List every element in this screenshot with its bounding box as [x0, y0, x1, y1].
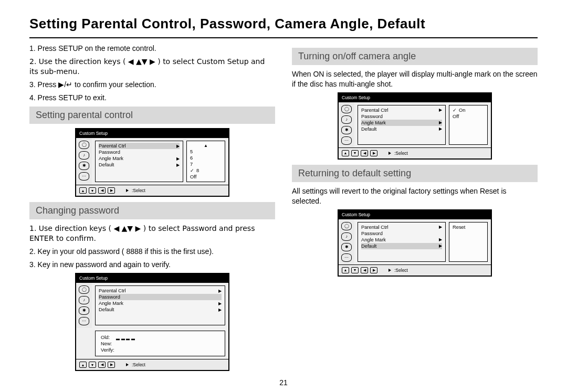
- tab-general-icon: ◯: [79, 141, 89, 149]
- opt-label: 7: [190, 162, 193, 167]
- pwd-step-2: 2. Key in your old password ( 8888 if th…: [29, 247, 275, 257]
- pwd-step-3: 3. Key in new password and again to veri…: [29, 260, 275, 270]
- menu-item-password: Password: [361, 113, 442, 120]
- menu-label: Password: [99, 150, 120, 155]
- menu-box: Parental Ctrl▶ Password Angle Mark▶ Defa…: [95, 141, 183, 182]
- footer-select: :Select: [394, 151, 408, 156]
- key-up-icon: ▲: [79, 187, 87, 194]
- opt-off: Off: [453, 113, 484, 120]
- tab-general-icon: ◯: [341, 222, 352, 230]
- opt-scroll-up: ▲: [190, 143, 222, 149]
- tab-audio-icon: ♪: [341, 232, 352, 241]
- menu-box: Parental Ctrl▶ Password Angle Mark▶ Defa…: [95, 285, 225, 325]
- dvd-title: Custom Setup: [76, 274, 228, 282]
- opt-8: ✓8: [190, 167, 222, 174]
- check-icon: ✓: [453, 108, 457, 113]
- dvd-tab-bar: ◯ ♪ ✱ ⋯: [339, 102, 354, 147]
- tab-general-icon: ◯: [341, 105, 352, 113]
- footer-select: :Select: [394, 268, 408, 273]
- menu-item-angle: Angle Mark▶: [99, 300, 222, 306]
- dvd-screen-default: Custom Setup ◯ ♪ ✱ ⋯ Parental Ctrl▶ Pass…: [338, 209, 492, 277]
- dvd-tab-bar: ◯ ♪ ✱ ⋯: [76, 283, 92, 328]
- tab-custom-icon: ⋯: [79, 317, 89, 325]
- angle-desc: When ON is selected, the player will dis…: [292, 69, 538, 89]
- arrow-right-icon: ▶: [218, 301, 222, 306]
- pwd-new-label: New:: [101, 341, 112, 346]
- menu-label: Parental Ctrl: [361, 225, 388, 230]
- dvd-title: Custom Setup: [339, 93, 491, 102]
- opt-label: 6: [190, 155, 193, 161]
- menu-item-default: Default▶: [361, 243, 442, 249]
- intro-step-2: 2. Use the direction keys ( ◀ ▲▼ ▶ ) to …: [29, 57, 275, 77]
- key-left-icon: ◀: [98, 187, 106, 194]
- dvd-screen-angle: Custom Setup ◯ ♪ ✱ ⋯ Parental Ctrl▶ Pass…: [338, 92, 492, 160]
- menu-item-default: Default▶: [99, 162, 180, 168]
- title-rule: [29, 37, 538, 38]
- dvd-title: Custom Setup: [339, 210, 491, 219]
- opt-6: 6: [190, 155, 222, 161]
- opt-label: Off: [190, 174, 196, 179]
- key-down-icon: ▼: [351, 150, 359, 156]
- play-icon: [126, 189, 129, 192]
- pwd-verify-label: Verify:: [101, 347, 114, 353]
- opt-label: 8: [196, 168, 199, 173]
- arrow-right-icon: ▶: [176, 156, 180, 161]
- menu-label: Angle Mark: [99, 156, 123, 161]
- tab-general-icon: ◯: [79, 285, 89, 294]
- page-number: 21: [29, 378, 538, 387]
- menu-item-angle: Angle Mark▶: [361, 120, 442, 126]
- key-right-icon: ▶: [108, 187, 115, 194]
- menu-label: Password: [361, 231, 383, 236]
- arrow-right-icon: ▶: [439, 243, 442, 248]
- options-box: ✓On Off: [449, 105, 488, 145]
- tab-video-icon: ✱: [79, 162, 89, 170]
- intro-step-3: 3. Press ▶/↵ to confirm your selection.: [29, 80, 275, 90]
- opt-on: ✓On: [453, 107, 484, 113]
- menu-label: Parental Ctrl: [99, 288, 126, 293]
- opt-5: 5: [190, 149, 222, 155]
- play-icon: [126, 363, 129, 366]
- menu-label: Password: [99, 294, 120, 300]
- arrow-right-icon: ▶: [439, 237, 442, 242]
- menu-item-angle: Angle Mark▶: [361, 237, 442, 243]
- opt-label: On: [459, 108, 465, 113]
- chevron-up-icon: ▲: [204, 143, 208, 148]
- menu-item-default: Default▶: [361, 126, 442, 132]
- tab-custom-icon: ⋯: [79, 172, 89, 181]
- intro-step-4: 4. Press SETUP to exit.: [29, 93, 275, 103]
- menu-item-password: Password: [361, 230, 442, 237]
- section-angle-title: Turning on/off camera angle: [292, 48, 538, 65]
- tab-audio-icon: ♪: [341, 115, 352, 124]
- pwd-old-row: Old:▂ ▂ ▂ ▂: [101, 334, 219, 341]
- opt-reset: Reset: [453, 224, 484, 230]
- section-password-title: Changing password: [29, 202, 275, 219]
- key-down-icon: ▼: [89, 187, 96, 194]
- opt-label: Off: [453, 114, 459, 119]
- opt-off: Off: [190, 174, 222, 180]
- dvd-screen-password: Custom Setup ◯ ♪ ✱ ⋯ Parental Ctrl▶ Pass…: [75, 273, 229, 371]
- key-down-icon: ▼: [89, 362, 96, 368]
- pwd-verify-row: Verify:: [101, 347, 219, 353]
- menu-item-parental: Parental Ctrl▶: [99, 288, 222, 294]
- options-box: ▲ 5 6 7 ✓8 Off: [186, 141, 225, 182]
- key-right-icon: ▶: [108, 362, 115, 368]
- menu-box: Parental Ctrl▶ Password Angle Mark▶ Defa…: [358, 105, 446, 145]
- arrow-right-icon: ▶: [439, 120, 442, 125]
- arrow-right-icon: ▶: [218, 289, 222, 293]
- dvd-screen-parental: Custom Setup ◯ ♪ ✱ ⋯ Parental Ctrl▶ Pass…: [75, 128, 229, 197]
- default-desc: All settings will revert to the original…: [292, 186, 538, 206]
- tab-audio-icon: ♪: [79, 151, 89, 160]
- menu-label: Parental Ctrl: [99, 143, 126, 149]
- tab-audio-icon: ♪: [79, 296, 89, 304]
- dvd-tab-bar: ◯ ♪ ✱ ⋯: [339, 219, 354, 264]
- opt-label: Reset: [453, 225, 465, 230]
- pwd-old-value: ▂ ▂ ▂ ▂: [116, 334, 135, 340]
- dvd-footer: ▲ ▼ ◀ ▶ :Select: [339, 147, 491, 158]
- menu-item-parental: Parental Ctrl▶: [99, 143, 180, 149]
- arrow-right-icon: ▶: [176, 144, 180, 149]
- tab-video-icon: ✱: [341, 243, 352, 251]
- dvd-footer: ▲ ▼ ◀ ▶ :Select: [339, 264, 491, 276]
- key-right-icon: ▶: [370, 150, 377, 156]
- pwd-old-label: Old:: [101, 335, 110, 340]
- menu-label: Angle Mark: [361, 120, 386, 125]
